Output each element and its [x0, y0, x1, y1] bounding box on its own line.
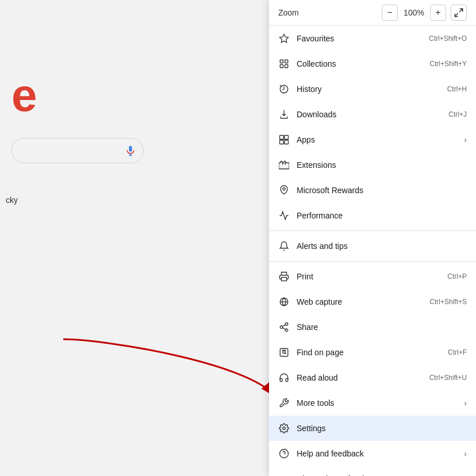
moretools-label: More tools [297, 398, 459, 408]
moretools-icon [278, 397, 290, 409]
svg-rect-10 [280, 136, 284, 140]
svg-rect-5 [280, 60, 283, 63]
menu-item-settings[interactable]: Settings [269, 416, 476, 441]
webcapture-label: Web capture [297, 297, 429, 306]
menu-item-share[interactable]: Share [269, 314, 476, 340]
readaloud-icon [278, 372, 290, 383]
menu-item-collections[interactable]: Collections Ctrl+Shift+Y [269, 51, 476, 76]
performance-label: Performance [297, 211, 467, 220]
zoom-plus-button[interactable]: + [430, 5, 446, 21]
settings-label: Settings [297, 424, 467, 433]
divider-1 [269, 231, 476, 231]
settings-icon [278, 423, 290, 434]
extensions-icon [278, 159, 290, 171]
zoom-label: Zoom [278, 8, 377, 17]
apps-icon [278, 134, 290, 145]
webcapture-icon [278, 296, 290, 308]
svg-line-22 [282, 325, 285, 327]
zoom-minus-button[interactable]: − [382, 5, 398, 21]
apps-label: Apps [297, 135, 459, 144]
svg-point-20 [285, 329, 288, 332]
svg-point-26 [283, 427, 286, 430]
menu-items-container: Favourites Ctrl+Shift+O Collections Ctrl… [269, 26, 476, 476]
menu-item-print[interactable]: Print Ctrl+P [269, 264, 476, 289]
menu-item-help[interactable]: Help and feedback › [269, 441, 476, 466]
svg-point-14 [283, 188, 286, 191]
menu-item-performance[interactable]: Performance [269, 203, 476, 228]
downloads-label: Downloads [297, 110, 448, 119]
share-icon [278, 321, 290, 333]
downloads-icon [278, 109, 290, 120]
alerts-label: Alerts and tips [297, 241, 467, 251]
svg-point-19 [280, 326, 283, 329]
svg-rect-11 [285, 136, 289, 140]
menu-item-alerts[interactable]: Alerts and tips [269, 233, 476, 259]
menu-item-downloads[interactable]: Downloads Ctrl+J [269, 102, 476, 127]
menu-item-favourites[interactable]: Favourites Ctrl+Shift+O [269, 26, 476, 51]
collections-label: Collections [297, 59, 429, 68]
print-label: Print [297, 272, 447, 281]
share-label: Share [297, 323, 467, 332]
print-shortcut: Ctrl+P [447, 272, 467, 281]
extensions-label: Extensions [297, 160, 467, 170]
menu-item-find[interactable]: Find on page Ctrl+F [269, 340, 476, 365]
star-icon [278, 33, 290, 44]
expand-icon [454, 7, 464, 18]
menu-item-close-edge[interactable]: Close Microsoft Edge [269, 466, 476, 476]
find-icon [278, 347, 290, 358]
favourites-label: Favourites [297, 34, 429, 43]
apps-arrow-icon: › [464, 135, 467, 144]
zoom-value: 100% [402, 8, 425, 17]
print-icon [278, 271, 290, 282]
moretools-arrow-icon: › [464, 398, 467, 408]
menu-item-moretools[interactable]: More tools › [269, 390, 476, 416]
readaloud-label: Read aloud [297, 373, 429, 382]
svg-rect-8 [285, 65, 288, 68]
dropdown-menu: Zoom − 100% + Favourites Ctrl+Shift+O [269, 0, 476, 476]
collections-shortcut: Ctrl+Shift+Y [429, 60, 467, 68]
svg-rect-15 [282, 278, 287, 281]
menu-item-webcapture[interactable]: Web capture Ctrl+Shift+S [269, 289, 476, 314]
menu-item-extensions[interactable]: Extensions [269, 152, 476, 178]
history-icon [278, 83, 290, 95]
help-arrow-icon: › [464, 449, 467, 458]
menu-item-apps[interactable]: Apps › [269, 127, 476, 152]
menu-item-rewards[interactable]: Microsoft Rewards [269, 178, 476, 203]
divider-2 [269, 261, 476, 262]
zoom-expand-button[interactable] [451, 5, 467, 21]
zoom-control: − 100% + [382, 5, 467, 21]
rewards-icon [278, 185, 290, 196]
history-label: History [297, 85, 447, 94]
alerts-icon [278, 240, 290, 252]
close-edge-icon [278, 473, 290, 476]
svg-marker-4 [280, 34, 289, 43]
help-label: Help and feedback [297, 449, 459, 458]
svg-point-18 [285, 323, 288, 326]
readaloud-shortcut: Ctrl+Shift+U [429, 374, 467, 382]
find-label: Find on page [297, 348, 448, 357]
rewards-label: Microsoft Rewards [297, 186, 467, 195]
downloads-shortcut: Ctrl+J [448, 110, 467, 118]
favourites-shortcut: Ctrl+Shift+O [429, 34, 467, 43]
zoom-row: Zoom − 100% + [269, 0, 476, 26]
svg-rect-12 [280, 140, 284, 144]
menu-item-history[interactable]: History Ctrl+H [269, 76, 476, 102]
performance-icon [278, 210, 290, 221]
svg-point-27 [280, 450, 289, 458]
svg-line-21 [282, 328, 285, 329]
svg-rect-23 [280, 348, 288, 356]
collections-icon [278, 58, 290, 70]
svg-rect-13 [285, 140, 289, 144]
find-shortcut: Ctrl+F [448, 348, 467, 356]
svg-rect-6 [285, 60, 288, 63]
webcapture-shortcut: Ctrl+Shift+S [429, 298, 467, 306]
menu-item-readaloud[interactable]: Read aloud Ctrl+Shift+U [269, 365, 476, 390]
svg-rect-7 [280, 65, 283, 68]
help-icon [278, 448, 290, 459]
history-shortcut: Ctrl+H [447, 85, 467, 93]
